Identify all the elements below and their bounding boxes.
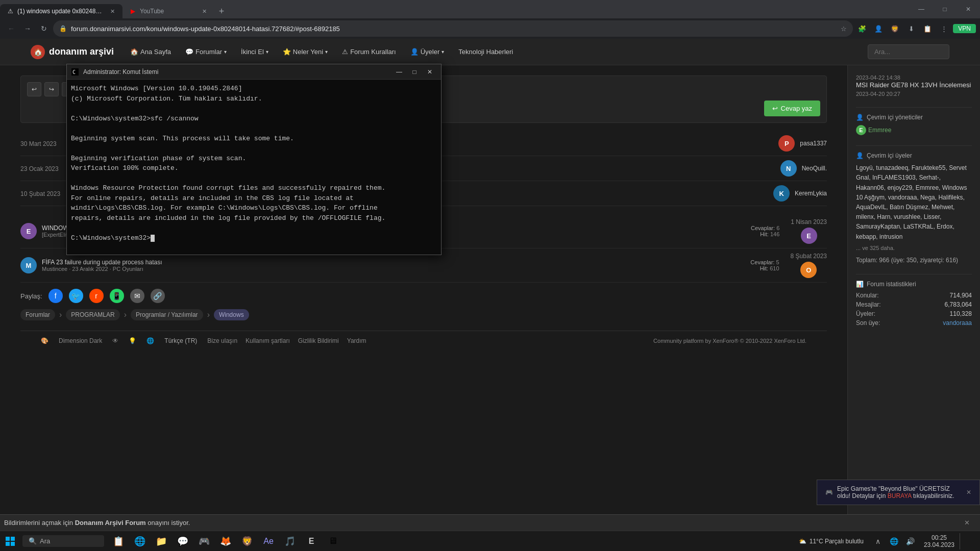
brave-icon[interactable]: 🦁 [888,21,902,36]
search-input[interactable] [868,44,949,59]
online-mods-title: 👤 Çevrim içi yöneticiler [856,114,972,121]
nav-teknoloji[interactable]: Teknoloji Haberleri [452,44,519,60]
cmd-minimize-button[interactable]: — [392,66,406,78]
reply-date-1: 30 Mart 2023 [20,140,57,147]
show-desktop-button[interactable] [960,533,976,549]
breadcrumb-forumlar[interactable]: Forumlar [20,309,55,320]
share-reddit[interactable]: r [89,289,104,303]
back-button[interactable]: ← [4,21,18,36]
taskbar-browser[interactable]: 🌐 [130,531,150,552]
footer-language[interactable]: Türkçe (TR) [164,337,197,344]
forward-button[interactable]: → [20,21,35,36]
new-tab-button[interactable]: + [214,4,229,18]
browser-chrome: ⚠ (1) windows update 0x80248014 - ✕ ▶ Yo… [0,0,980,39]
share-label: Paylaş: [20,292,42,300]
taskbar-network[interactable]: 🌐 [886,533,902,549]
sidebar-article-1[interactable]: MSI Raider GE78 HX 13VH İncelemesi 2023-… [856,81,972,97]
taskbar-monitor[interactable]: 🖥 [323,531,343,552]
epic-link[interactable]: BURAYA [888,492,912,499]
sidebar-stats: 📊 Forum istatistikleri Konular: 714,904 … [856,281,972,327]
taskbar-chevron[interactable]: ∧ [870,533,886,549]
right-sidebar: 2023-04-22 14:38 MSI Raider GE78 HX 13VH… [847,65,980,531]
warning-icon: ⚠ [342,48,348,56]
thread-stats-2: Cevaplar: 5 Hit: 610 [750,259,779,271]
minimize-button[interactable]: — [910,0,933,18]
thread-info-2: FİFA 23 failure during update process ha… [42,259,745,272]
youtube-tab[interactable]: ▶ YouTube ✕ [122,4,214,18]
footer-terms[interactable]: Kullanım şartları [246,337,290,344]
footer-help[interactable]: Yardım [347,337,366,344]
taskbar-brave[interactable]: 🦁 [237,531,257,552]
taskbar-mediaplayer[interactable]: 🎵 [280,531,300,552]
share-facebook[interactable]: f [48,289,63,303]
forum-logo-icon: 🏠 [31,45,45,59]
reply-avatar-3: K [773,185,790,202]
share-whatsapp[interactable]: 📱 [110,289,124,303]
taskbar-weather[interactable]: ⛅ 11°C Parçalı bulutlu [795,536,868,547]
vpn-button[interactable]: VPN [953,24,976,33]
nav-forumlar[interactable]: 💬 Forumlar ▾ [179,44,233,60]
taskbar-discord[interactable]: 💬 [173,531,193,552]
uyeler-chevron: ▾ [442,49,444,55]
cmd-close-button[interactable]: ✕ [423,66,437,78]
nav-ikinci-el[interactable]: İkinci El ▾ [235,44,275,60]
taskbar-files[interactable]: 📋 [108,531,129,552]
breadcrumb-programlar[interactable]: PROGRAMLAR [66,309,119,320]
taskbar-search[interactable]: 🔍 Ara [22,535,104,547]
article-prev-date: 2023-04-22 14:38 [856,74,972,81]
history-button[interactable]: 📋 [920,21,935,36]
reload-button[interactable]: ↻ [37,21,51,36]
search-icon: 🔍 [29,537,37,545]
mod-name[interactable]: Emmree [868,127,891,134]
tab-close-1[interactable]: ✕ [108,7,116,15]
undo-button[interactable]: ↩ [27,82,41,96]
reply-username-3[interactable]: KeremLykia [795,190,827,197]
taskbar-clock[interactable]: 00:25 23.04.2023 [921,533,958,549]
breadcrumb-programlar-yazilimlar[interactable]: Programlar / Yazılımlar [131,309,203,320]
nav-ana-sayfa[interactable]: 🏠 Ana Sayfa [124,44,177,60]
close-button[interactable]: ✕ [957,0,980,18]
epic-text-after: tıklayabilirsiniz. [913,492,954,499]
download-button[interactable]: ⬇ [904,21,918,36]
notification-close[interactable]: ✕ [958,519,976,527]
reply-username-1[interactable]: pasa1337 [800,140,827,147]
menu-button[interactable]: ⋮ [937,21,951,36]
forum-header: 🏠 donanım arşivi 🏠 Ana Sayfa 💬 Forumlar … [0,39,980,65]
taskbar-steam[interactable]: 🎮 [194,531,214,552]
nav-forum-kurallari[interactable]: ⚠ Forum Kuralları [336,44,402,60]
active-tab[interactable]: ⚠ (1) windows update 0x80248014 - ✕ [0,4,122,18]
share-email[interactable]: ✉ [130,289,144,303]
extensions-button[interactable]: 🧩 [855,21,869,36]
weather-icon: ⛅ [799,538,806,545]
thread-last-avatar-1: E [801,228,817,244]
taskbar-search-text: Ara [40,537,50,545]
share-twitter[interactable]: 🐦 [69,289,83,303]
start-button[interactable] [0,531,20,552]
svg-rect-2 [6,537,10,541]
thread-avatar-2: M [20,257,37,273]
redo-button[interactable]: ↪ [44,82,59,96]
online-members-more: ... ve 325 daha. [856,244,972,253]
footer-contact[interactable]: Bize ulaşın [207,337,237,344]
nav-neler-yeni[interactable]: ⭐ Neler Yeni ▾ [277,44,334,60]
maximize-button[interactable]: □ [933,0,957,18]
footer-privacy[interactable]: Gizlilik Bildirimi [298,337,339,344]
forum-search[interactable] [868,44,949,59]
reply-username-2[interactable]: NeoQuill. [802,165,827,172]
epic-close-button[interactable]: ✕ [966,489,971,496]
profile-button[interactable]: 👤 [871,21,886,36]
tab-close-2[interactable]: ✕ [200,7,208,15]
taskbar-volume[interactable]: 🔊 [902,533,919,549]
bookmark-icon: ☆ [841,25,847,33]
share-link[interactable]: 🔗 [151,289,165,303]
reply-button[interactable]: ↩ Cevap yaz [764,101,820,116]
taskbar-explorer[interactable]: 📁 [151,531,172,552]
address-bar[interactable]: 🔒 forum.donanimarsivi.com/konu/windows-u… [53,20,853,37]
breadcrumb-windows[interactable]: Windows [214,309,249,320]
taskbar-aftereffects[interactable]: Ae [258,531,279,552]
forum-stats-title: 📊 Forum istatistikleri [856,281,972,288]
nav-uyeler[interactable]: 👤 Üyeler ▾ [404,44,451,60]
cmd-maximize-button[interactable]: □ [407,66,422,78]
taskbar-epicgames[interactable]: E [301,531,322,552]
taskbar-firefox[interactable]: 🦊 [215,531,236,552]
